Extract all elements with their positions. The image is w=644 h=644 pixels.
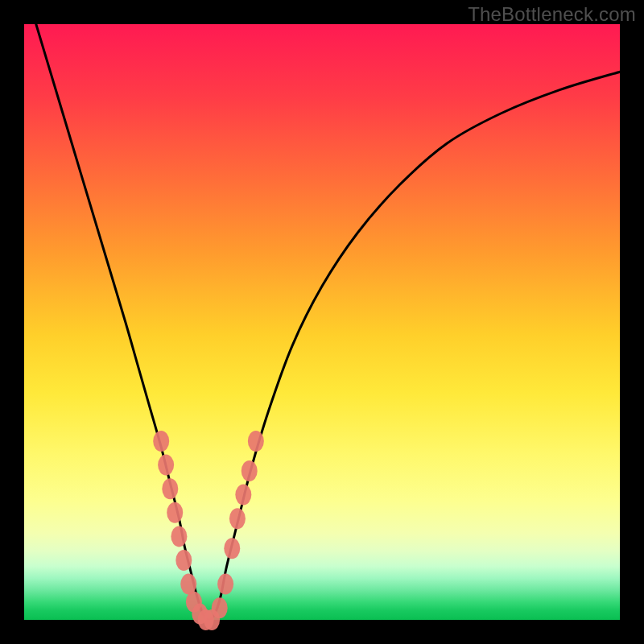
plot-area — [24, 24, 620, 620]
sample-point — [224, 538, 240, 559]
sample-point — [235, 485, 251, 506]
sample-point — [242, 460, 258, 481]
sample-point — [162, 478, 178, 499]
sample-point — [248, 431, 264, 452]
sample-point — [158, 455, 174, 476]
chart-frame: TheBottleneck.com — [0, 0, 644, 644]
sample-point — [217, 574, 233, 595]
sample-point — [153, 431, 169, 452]
sample-point — [180, 574, 196, 595]
sample-point — [212, 597, 228, 618]
bottleneck-curve — [36, 24, 620, 620]
watermark-label: TheBottleneck.com — [468, 3, 636, 26]
curve-overlay — [24, 24, 620, 620]
sample-point — [229, 508, 246, 529]
sample-point — [175, 550, 192, 571]
sample-point — [167, 502, 183, 523]
sample-point — [171, 526, 187, 547]
